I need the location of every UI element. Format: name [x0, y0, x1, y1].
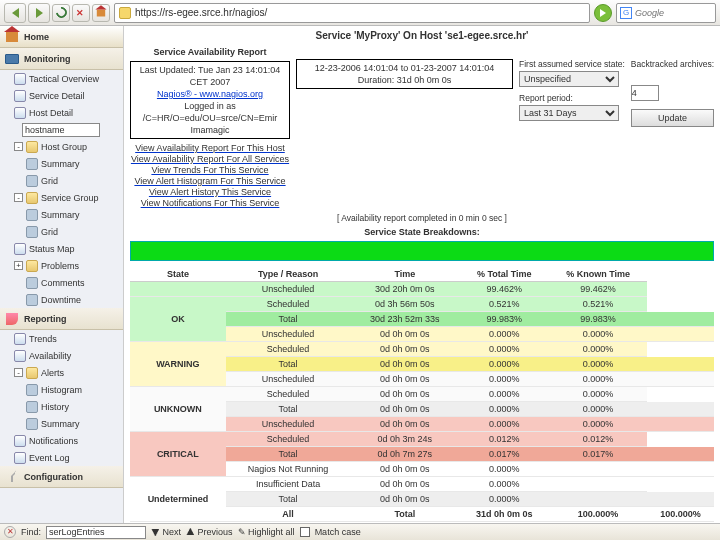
- find-prev-button[interactable]: ⯅ Previous: [186, 527, 233, 537]
- cell: 99.462%: [549, 282, 647, 297]
- stop-icon: ✕: [76, 8, 86, 18]
- tree-toggle-icon[interactable]: +: [14, 261, 23, 270]
- report-link[interactable]: View Availability Report For All Service…: [130, 154, 290, 165]
- cell: Total: [226, 492, 351, 507]
- sidebar-item[interactable]: Availability: [0, 347, 123, 364]
- sidebar-item[interactable]: Summary: [0, 206, 123, 223]
- sidebar-item[interactable]: History: [0, 398, 123, 415]
- breakdown-table: StateType / ReasonTime% Total Time% Know…: [130, 267, 714, 522]
- cell: [549, 492, 647, 507]
- cell: 0.000%: [459, 402, 549, 417]
- find-input[interactable]: [46, 526, 146, 539]
- sidebar-item-label: Status Map: [29, 244, 75, 254]
- url-input[interactable]: [135, 7, 585, 18]
- sidebar-head-configuration[interactable]: Configuration: [0, 466, 123, 488]
- sidebar-item[interactable]: Status Map: [0, 240, 123, 257]
- sidebar-head-home[interactable]: Home: [0, 26, 123, 48]
- tree-toggle-icon[interactable]: -: [14, 368, 23, 377]
- host-search-input[interactable]: [22, 123, 100, 137]
- table-row: CRITICALScheduled0d 0h 3m 24s0.012%0.012…: [130, 432, 714, 447]
- sidebar-item[interactable]: Histogram: [0, 381, 123, 398]
- sidebar-head-reporting[interactable]: Reporting: [0, 308, 123, 330]
- cell: 0.000%: [459, 417, 549, 432]
- cell: 0d 0h 0m 0s: [350, 387, 459, 402]
- sidebar-item[interactable]: -Service Group: [0, 189, 123, 206]
- cell: 99.462%: [459, 282, 549, 297]
- cell: 0.000%: [549, 417, 647, 432]
- sidebar-item-label: Downtime: [41, 295, 81, 305]
- forward-button[interactable]: [28, 3, 50, 23]
- sidebar-item[interactable]: Host Detail: [0, 104, 123, 121]
- sidebar-item[interactable]: Tactical Overview: [0, 70, 123, 87]
- report-link[interactable]: View Notifications For This Service: [130, 198, 290, 209]
- cell: Insufficient Data: [226, 477, 351, 492]
- sidebar-item[interactable]: Downtime: [0, 291, 123, 308]
- wrench-icon: [4, 469, 20, 485]
- sidebar-item-icon: [26, 294, 38, 306]
- sidebar-item-label: Host Group: [41, 142, 87, 152]
- sidebar-item-label: History: [41, 402, 69, 412]
- update-button[interactable]: Update: [631, 109, 714, 127]
- arrow-left-icon: [12, 8, 19, 18]
- tree-toggle-icon[interactable]: -: [14, 142, 23, 151]
- cell: 0.012%: [549, 432, 647, 447]
- browser-toolbar: ✕ G: [0, 0, 720, 26]
- search-input[interactable]: [635, 8, 705, 18]
- match-case-checkbox[interactable]: [300, 527, 310, 537]
- sidebar-item-label: Trends: [29, 334, 57, 344]
- sidebar-item-icon: [26, 226, 38, 238]
- sidebar-item-icon: [14, 90, 26, 102]
- cell: 0.012%: [459, 432, 549, 447]
- first-state-select[interactable]: Unspecified: [519, 71, 619, 87]
- address-bar[interactable]: [114, 3, 590, 23]
- cell: 0.017%: [549, 447, 647, 462]
- report-period-select[interactable]: Last 31 Days: [519, 105, 619, 121]
- cell: Total: [226, 312, 351, 327]
- sidebar-item[interactable]: Summary: [0, 415, 123, 432]
- sidebar-item[interactable]: Summary: [0, 155, 123, 172]
- home-button[interactable]: [92, 4, 110, 22]
- cell: 0d 0h 0m 0s: [350, 417, 459, 432]
- go-button[interactable]: [594, 4, 612, 22]
- sidebar-item[interactable]: +Problems: [0, 257, 123, 274]
- sidebar-item[interactable]: Comments: [0, 274, 123, 291]
- sidebar-item[interactable]: Event Log: [0, 449, 123, 466]
- find-close-button[interactable]: ✕: [4, 526, 16, 538]
- sidebar: HomeMonitoringTactical OverviewService D…: [0, 26, 124, 523]
- find-next-button[interactable]: ⯆ Next: [151, 527, 181, 537]
- table-row: UndeterminedInsufficient Data0d 0h 0m 0s…: [130, 477, 714, 492]
- cell: 0.000%: [549, 327, 647, 342]
- sidebar-item[interactable]: Grid: [0, 172, 123, 189]
- reload-button[interactable]: [52, 4, 70, 22]
- sidebar-head-monitoring[interactable]: Monitoring: [0, 48, 123, 70]
- last-updated: Last Updated: Tue Jan 23 14:01:04 CET 20…: [135, 64, 285, 88]
- sidebar-item-label: Grid: [41, 176, 58, 186]
- report-link[interactable]: View Availability Report For This Host: [130, 143, 290, 154]
- col-header: Time: [350, 267, 459, 282]
- period-duration: Duration: 31d 0h 0m 0s: [301, 74, 508, 86]
- sidebar-item[interactable]: Notifications: [0, 432, 123, 449]
- search-box[interactable]: G: [616, 3, 716, 23]
- sidebar-item[interactable]: -Host Group: [0, 138, 123, 155]
- nagios-link[interactable]: Nagios® - www.nagios.org: [135, 88, 285, 100]
- sidebar-head-label: Home: [24, 32, 49, 42]
- find-highlight-button[interactable]: ✎ Highlight all: [238, 527, 295, 537]
- arrow-right-icon: [36, 8, 43, 18]
- cell: Scheduled: [226, 387, 351, 402]
- sidebar-item[interactable]: Trends: [0, 330, 123, 347]
- report-link[interactable]: View Trends For This Service: [130, 165, 290, 176]
- state-cell: Undetermined: [130, 477, 226, 522]
- lock-icon: [119, 7, 131, 19]
- cell: 0.000%: [459, 387, 549, 402]
- report-link[interactable]: View Alert History This Service: [130, 187, 290, 198]
- stop-button[interactable]: ✕: [72, 4, 90, 22]
- sidebar-item[interactable]: Service Detail: [0, 87, 123, 104]
- sidebar-item-label: Summary: [41, 159, 80, 169]
- back-button[interactable]: [4, 3, 26, 23]
- backtracked-input[interactable]: [631, 85, 659, 101]
- col-header: % Total Time: [459, 267, 549, 282]
- sidebar-item[interactable]: -Alerts: [0, 364, 123, 381]
- sidebar-item[interactable]: Grid: [0, 223, 123, 240]
- report-link[interactable]: View Alert Histogram For This Service: [130, 176, 290, 187]
- tree-toggle-icon[interactable]: -: [14, 193, 23, 202]
